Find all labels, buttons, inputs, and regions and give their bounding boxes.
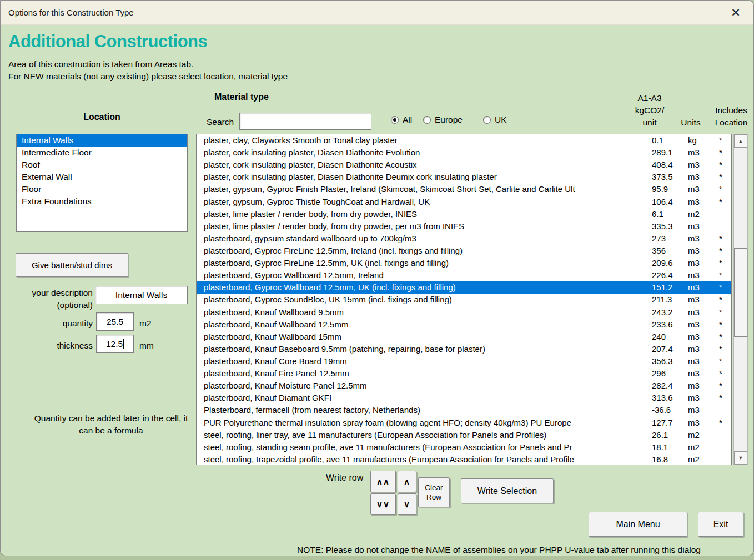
material-co2-value: 26.1	[652, 429, 683, 441]
material-type-label: Material type	[214, 92, 269, 102]
material-name: plasterboard, Knauf Moisture Panel 12.5m…	[197, 380, 652, 392]
material-row[interactable]: steel, roofing, standing seam profile, a…	[197, 441, 731, 453]
scroll-up-button[interactable]: ▲	[734, 134, 747, 148]
material-co2-value: 127.7	[652, 417, 683, 429]
material-row[interactable]: plasterboard, Knauf Diamant GKFI 313.6 m…	[197, 392, 731, 404]
scroll-down-button[interactable]: ▼	[734, 451, 747, 465]
radio-europe[interactable]: Europe	[423, 114, 463, 126]
material-co2-value: 16.8	[652, 453, 683, 465]
location-item[interactable]: Roof	[17, 159, 187, 171]
move-down-fast-button[interactable]: ∨∨	[370, 493, 396, 515]
materials-listbox[interactable]: plaster, clay, Clayworks Smooth or Tonal…	[196, 134, 732, 465]
material-includes-flag: *	[713, 281, 728, 294]
material-unit: m3	[683, 245, 713, 257]
clear-row-button[interactable]: Clear Row	[418, 477, 450, 507]
material-name: plasterboard, Gyproc FireLine 12.5mm, Ir…	[197, 245, 652, 257]
radio-uk[interactable]: UK	[483, 114, 507, 126]
material-co2-value: 95.9	[652, 183, 683, 195]
material-row[interactable]: steel, roofing, trapezoidal profile, ave…	[197, 453, 731, 465]
material-row[interactable]: plasterboard, Knauf Fire Panel 12.5mm 29…	[197, 367, 731, 380]
material-row[interactable]: plaster, lime plaster / render body, fro…	[197, 208, 731, 220]
material-name: plasterboard, gypsum standard wallboard …	[197, 233, 652, 245]
material-row[interactable]: steel, roofing, liner tray, ave 11 manuf…	[197, 429, 731, 441]
material-name: plasterboard, Knauf Wallboard 12.5mm	[197, 319, 652, 331]
material-row[interactable]: plaster, cork insulating plaster, Diasen…	[197, 159, 731, 171]
materials-scrollbar[interactable]: ▲ ▼	[733, 134, 748, 465]
material-row[interactable]: plasterboard, Gyproc FireLine 12.5mm, UK…	[197, 257, 731, 269]
batten-stud-dims-button[interactable]: Give batten/stud dims	[16, 253, 128, 277]
subtitle-line1: Area of this construction is taken from …	[8, 59, 193, 69]
location-item[interactable]: External Wall	[17, 171, 187, 183]
search-label: Search	[207, 117, 234, 127]
material-name: steel, roofing, standing seam profile, a…	[197, 441, 652, 453]
material-includes-flag	[713, 208, 728, 220]
location-item[interactable]: Intermediate Floor	[17, 147, 187, 159]
screen: Options for this Construction Type ✕ Add…	[0, 0, 754, 560]
material-includes-flag: *	[713, 380, 728, 392]
material-unit: m3	[683, 355, 713, 367]
material-row[interactable]: plasterboard, Knauf Wallboard 15mm 240 m…	[197, 331, 731, 343]
material-unit: m3	[683, 171, 713, 183]
material-row[interactable]: plasterboard, Gyproc Wallboard 12.5mm, I…	[197, 269, 731, 281]
material-co2-value: 226.4	[652, 269, 683, 281]
material-name: plaster, gypsum, Gyproc Finish Plaster, …	[197, 183, 652, 195]
material-row[interactable]: plasterboard, Gyproc Wallboard 12.5mm, U…	[197, 281, 731, 294]
material-row[interactable]: plasterboard, Gyproc SoundBloc, UK 15mm …	[197, 294, 731, 306]
material-row[interactable]: plasterboard, Gyproc FireLine 12.5mm, Ir…	[197, 245, 731, 257]
description-input-value: Internal Walls	[115, 290, 167, 300]
close-icon[interactable]: ✕	[728, 4, 743, 21]
quantity-input-value: 25.5	[107, 317, 123, 327]
thickness-input[interactable]: 12.5	[96, 335, 134, 353]
move-up-fast-button[interactable]: ∧∧	[370, 471, 396, 492]
material-row[interactable]: plaster, gypsum, Gyproc Thistle ToughCoa…	[197, 196, 731, 208]
material-name: Plasterboard, fermacell (from nearest fa…	[197, 404, 652, 416]
exit-button[interactable]: Exit	[698, 512, 743, 537]
quantity-input[interactable]: 25.5	[96, 312, 134, 331]
move-down-button[interactable]: ∨	[398, 493, 416, 515]
radio-all[interactable]: All	[391, 114, 412, 126]
material-includes-flag: *	[713, 355, 728, 367]
material-row[interactable]: plaster, cork insulating plaster, Diasen…	[197, 147, 731, 159]
material-co2-value: 243.2	[652, 306, 683, 319]
search-input[interactable]	[239, 113, 371, 130]
description-input[interactable]: Internal Walls	[95, 286, 188, 304]
material-row[interactable]: PUR Polyurethane thermal insulation spra…	[197, 417, 731, 429]
material-name: plasterboard, Gyproc Wallboard 12.5mm, U…	[197, 281, 652, 294]
scrollbar-thumb[interactable]	[734, 248, 747, 337]
main-menu-button[interactable]: Main Menu	[589, 512, 687, 537]
move-up-button[interactable]: ∧	[398, 471, 416, 492]
thickness-input-value: 12.5	[106, 339, 123, 349]
material-name: plasterboard, Gyproc SoundBloc, UK 15mm …	[197, 294, 652, 306]
material-unit: m3	[683, 343, 713, 355]
material-row[interactable]: plasterboard, Knauf Wallboard 9.5mm 243.…	[197, 306, 731, 319]
material-row[interactable]: plasterboard, Knauf Moisture Panel 12.5m…	[197, 380, 731, 392]
material-unit: m3	[683, 281, 713, 294]
material-unit: m3	[683, 404, 713, 416]
footer-note: NOTE: Please do not change the NAME of a…	[297, 545, 701, 555]
material-row[interactable]: plaster, lime plaster / render body, fro…	[197, 220, 731, 233]
material-unit: m3	[683, 306, 713, 319]
material-unit: m3	[683, 233, 713, 245]
location-label: Location	[16, 112, 188, 122]
material-includes-flag: *	[713, 257, 728, 269]
material-row[interactable]: plasterboard, Knauf Core Board 19mm 356.…	[197, 355, 731, 367]
write-selection-button[interactable]: Write Selection	[461, 478, 554, 503]
material-includes-flag: *	[713, 294, 728, 306]
material-row[interactable]: plaster, gypsum, Gyproc Finish Plaster, …	[197, 183, 731, 195]
location-listbox[interactable]: Internal WallsIntermediate FloorRoofExte…	[16, 134, 188, 232]
material-co2-value: 356	[652, 245, 683, 257]
material-includes-flag: *	[713, 159, 728, 171]
material-row[interactable]: plasterboard, Knauf Baseboard 9.5mm (pat…	[197, 343, 731, 355]
location-item[interactable]: Floor	[17, 183, 187, 195]
location-item[interactable]: Internal Walls	[17, 134, 187, 147]
material-row[interactable]: plaster, cork insulating plaster, Diasen…	[197, 171, 731, 183]
radio-uk-icon	[483, 116, 491, 124]
material-row[interactable]: plasterboard, gypsum standard wallboard …	[197, 233, 731, 245]
material-unit: m3	[683, 294, 713, 306]
material-row[interactable]: plaster, clay, Clayworks Smooth or Tonal…	[197, 134, 731, 147]
material-name: plaster, cork insulating plaster, Diasen…	[197, 159, 652, 171]
material-row[interactable]: Plasterboard, fermacell (from nearest fa…	[197, 404, 731, 416]
material-row[interactable]: plasterboard, Knauf Wallboard 12.5mm 233…	[197, 319, 731, 331]
material-includes-flag: *	[713, 306, 728, 319]
location-item[interactable]: Extra Foundations	[17, 195, 187, 208]
